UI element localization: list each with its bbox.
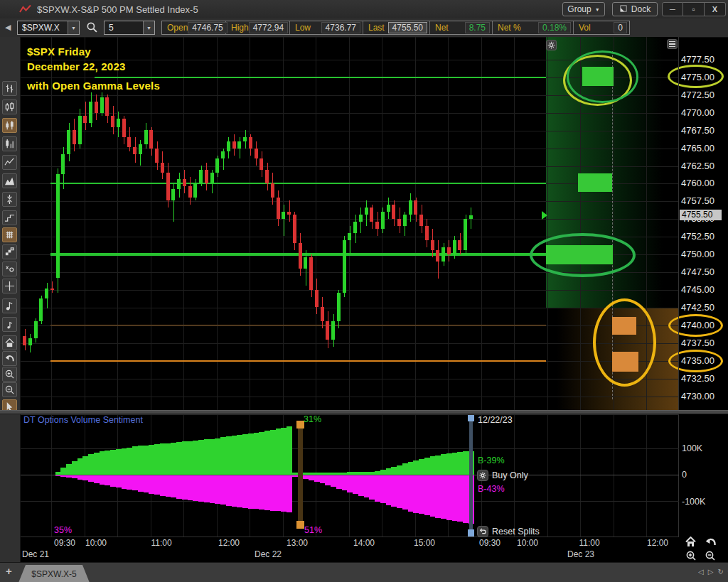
study-gridline-neg100k <box>21 501 679 502</box>
price-axis-label: 4777.50 <box>681 54 714 65</box>
candle-body <box>117 119 120 127</box>
sentiment-sell-bar <box>287 475 292 512</box>
gamma-level-line-4735[interactable] <box>50 360 546 362</box>
home-icon[interactable] <box>685 537 697 550</box>
candle-body <box>299 243 302 269</box>
candle-body <box>111 116 114 127</box>
candle-body <box>321 307 324 321</box>
candle-body <box>249 137 252 149</box>
call-gamma-box-4760[interactable] <box>578 173 612 192</box>
split-marker-bar[interactable] <box>298 428 303 522</box>
gridline-vertical <box>250 37 250 410</box>
gridline-vertical <box>547 414 548 537</box>
study-title: DT Options Volume Sentiment <box>23 415 143 425</box>
candle-body <box>365 208 368 215</box>
candle-body <box>171 189 175 200</box>
candle-wick <box>284 205 284 236</box>
candle-body <box>315 290 318 307</box>
time-tick-label: 14:00 <box>348 538 380 548</box>
candle-body <box>403 215 407 226</box>
candle-body <box>34 321 38 338</box>
study-bottom-border <box>21 537 679 537</box>
ellipse-annotation-4775[interactable] <box>567 50 638 103</box>
split-percent-label: 51% <box>304 525 322 535</box>
annotation-line-3: with Open Gamma Levels <box>27 80 160 92</box>
candle-body <box>232 141 236 149</box>
candle-body <box>149 130 153 149</box>
price-axis-label: 4752.50 <box>681 231 714 242</box>
study-axis-100k: 100K <box>682 443 702 453</box>
candle-body <box>100 97 104 113</box>
candle-body <box>353 222 357 233</box>
gamma-level-line-4775[interactable] <box>95 77 546 78</box>
candle-body <box>359 215 363 222</box>
gridline-vertical <box>547 37 548 410</box>
date-tick-label: Dec 23 <box>564 549 598 559</box>
date-marker-top-handle[interactable] <box>468 414 474 421</box>
gamma-level-line-4760[interactable] <box>50 183 546 184</box>
candle-body <box>133 147 136 154</box>
candle-body <box>83 116 87 123</box>
price-axis-label: 4737.50 <box>681 338 714 348</box>
last-price-pointer-icon <box>542 211 547 220</box>
candle-body <box>397 219 401 226</box>
gamma-level-line-4740[interactable] <box>50 325 546 325</box>
time-tick-label: 12:00 <box>642 538 673 548</box>
ellipse-annotation-4750[interactable] <box>530 233 636 277</box>
price-axis-label: 4742.50 <box>681 302 714 313</box>
candle-body <box>348 233 351 240</box>
candle-body <box>237 141 241 149</box>
candle-body <box>89 102 92 123</box>
date-tick-label: Dec 21 <box>18 549 53 559</box>
candle-body <box>304 257 307 269</box>
price-axis-label: 4767.50 <box>681 125 714 136</box>
candle-body <box>78 116 82 144</box>
candle-body <box>28 338 32 345</box>
study-axis-neg100k: -100K <box>682 497 705 507</box>
candle-body <box>277 198 280 219</box>
time-tick-label: 10:00 <box>80 538 112 548</box>
time-tick-label: 10:00 <box>512 538 543 548</box>
candle-body <box>409 200 412 215</box>
chart-settings-gear-icon[interactable] <box>546 40 557 50</box>
candle-body <box>139 144 142 154</box>
price-axis-label: 4762.50 <box>681 161 714 171</box>
candle-body <box>193 183 197 198</box>
date-marker-bottom-handle[interactable] <box>468 529 474 537</box>
tab-spxw[interactable]: $SPXW.X-5 <box>18 565 90 582</box>
ellipse-annotation-put-boxes[interactable] <box>593 298 656 387</box>
price-axis-label: 4775.00 <box>681 72 714 82</box>
candle-body <box>61 154 65 174</box>
candle-body <box>155 149 159 163</box>
time-tick-label: 13:00 <box>282 538 313 548</box>
candle-body <box>343 240 346 293</box>
reset-splits-label: Reset Splits <box>492 527 540 537</box>
split-marker-bottom-handle[interactable] <box>296 521 304 529</box>
candle-body <box>309 257 313 290</box>
last-price-tag: 4755.50 <box>680 210 722 220</box>
undo-icon[interactable] <box>705 537 717 550</box>
time-tick-label: 15:00 <box>409 538 440 548</box>
date-marker-line[interactable] <box>469 414 473 537</box>
sell-percent-label: B-43% <box>478 484 505 494</box>
tab-scroll-controls[interactable]: ◁▷↻▾ <box>698 568 728 576</box>
axis-menu-icon[interactable] <box>667 39 678 49</box>
candle-body <box>161 163 164 173</box>
add-tab-button[interactable]: + <box>6 565 12 577</box>
price-axis-label: 4732.50 <box>681 373 714 384</box>
study-settings-gear-icon[interactable] <box>477 470 488 481</box>
candle-body <box>127 137 131 147</box>
time-tick-label: 09:30 <box>474 538 505 548</box>
price-axis-label: 4740.00 <box>681 320 714 330</box>
price-axis-label: 4750.00 <box>681 249 714 259</box>
reset-splits-icon[interactable] <box>477 526 488 537</box>
candle-wick <box>350 226 350 254</box>
candle-body <box>282 212 285 219</box>
candle-body <box>255 149 258 158</box>
tab-bar: + $SPXW.X-5 ◁▷↻▾ <box>0 562 728 582</box>
price-axis-label: 4757.50 <box>681 195 714 206</box>
price-axis-label: 4770.00 <box>681 107 714 118</box>
axis-separator <box>678 37 679 537</box>
gridline-vertical <box>117 37 118 410</box>
candle-body <box>259 158 263 170</box>
